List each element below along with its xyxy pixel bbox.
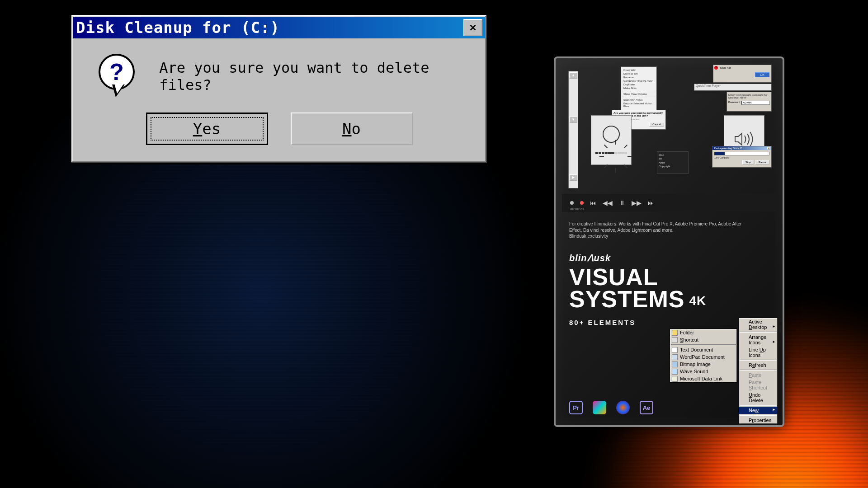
menu-item: Undo Delete	[739, 391, 778, 404]
sun-icon	[603, 126, 620, 143]
menu-item: Refresh	[739, 361, 778, 369]
record-active-icon	[580, 201, 584, 205]
record-dot-icon	[570, 201, 574, 205]
davinci-icon	[616, 401, 630, 414]
forward-icon: ▶▶	[632, 199, 642, 206]
scrollbar-strip: ▲ ▼ ▶	[568, 71, 578, 188]
premiere-icon: Pr	[569, 401, 583, 414]
ok-button: OK	[755, 72, 769, 77]
menu-item: New	[739, 407, 778, 414]
media-controls: ⏮ ◀◀ ⏸ ▶▶ ⏭ 00:00:21	[562, 194, 776, 212]
menu-item: Bitmap Image	[670, 361, 737, 368]
pause-icon: ⏸	[619, 199, 625, 206]
collage: ▲ ▼ ▶ Open WithMove to BinRenameCompress…	[562, 65, 776, 191]
prev-icon: ⏮	[590, 199, 596, 206]
menu-item: Active Desktop	[739, 318, 778, 331]
menu-item: Text Document	[670, 346, 737, 353]
scroll-up-icon: ▲	[569, 72, 577, 79]
next-icon: ⏭	[648, 199, 654, 206]
rewind-icon: ◀◀	[603, 199, 613, 206]
menu-item: WordPad Document	[670, 353, 737, 361]
speaker-icon	[733, 130, 755, 148]
app-icons-row: Pr Ae	[569, 401, 653, 414]
new-submenu: FolderShortcutText DocumentWordPad Docum…	[670, 328, 737, 383]
menu-item: Shortcut	[670, 336, 737, 343]
menu-item: Wave Sound	[670, 368, 737, 375]
no-button[interactable]: No	[291, 113, 413, 145]
menu-item: Properties	[739, 417, 778, 424]
aftereffects-icon: Ae	[640, 401, 653, 414]
mac-context-menu: Open WithMove to BinRenameCompress "fina…	[621, 66, 657, 116]
desktop-context-menu: Active DesktopArrange IconsLine Up Icons…	[738, 318, 778, 424]
defrag-window: Defragmenting Drive C× 18% Complete Stop…	[712, 146, 772, 168]
finalcut-icon	[593, 401, 606, 414]
brand-logo: blinɅusk	[569, 253, 611, 263]
dialog-message: Are you sure you want to delete files?	[159, 59, 469, 94]
close-button[interactable]: ×	[463, 19, 482, 36]
product-box: ▲ ▼ ▶ Open WithMove to BinRenameCompress…	[554, 56, 784, 427]
brightness-card	[591, 115, 632, 165]
product-title: VISUAL SYSTEMS4K	[569, 266, 706, 311]
disk-cleanup-dialog: Disk Cleanup for (C:) × ? Are you sure y…	[70, 14, 488, 164]
menu-item: Paste Shortcut	[739, 379, 778, 391]
disc-info-panel: DiscByArtistCopyright	[657, 151, 689, 174]
timecode: 00:00:21	[570, 207, 584, 211]
error-dialog: ✕ could not OK	[713, 65, 772, 83]
close-icon: ×	[469, 21, 476, 35]
dialog-body: ? Are you sure you want to delete files?	[71, 40, 487, 108]
menu-item: Arrange Icons	[739, 333, 778, 346]
menu-item: Paste	[739, 371, 778, 379]
menu-item: Microsoft Data Link	[670, 375, 737, 382]
product-subtitle: 80+ ELEMENTS	[569, 319, 636, 326]
password-dialog: Enter your network password for Microsof…	[726, 92, 772, 112]
question-icon: ?	[99, 54, 137, 99]
menu-item: Line Up Icons	[739, 346, 778, 359]
menu-item: Folder	[670, 329, 737, 336]
yes-button[interactable]: Yes	[146, 113, 268, 145]
titlebar[interactable]: Disk Cleanup for (C:) ×	[73, 17, 485, 38]
scroll-down-icon: ▼	[569, 117, 577, 123]
product-copy: For creative filmmakers. Works with Fina…	[569, 221, 769, 239]
dialog-buttons: Yes No	[71, 108, 487, 163]
titlebar-text: Disk Cleanup for (C:)	[76, 19, 280, 37]
play-icon: ▶	[569, 174, 577, 181]
qt-player-bar: QuickTime Player	[694, 84, 772, 91]
close-icon: ✕	[714, 66, 718, 70]
